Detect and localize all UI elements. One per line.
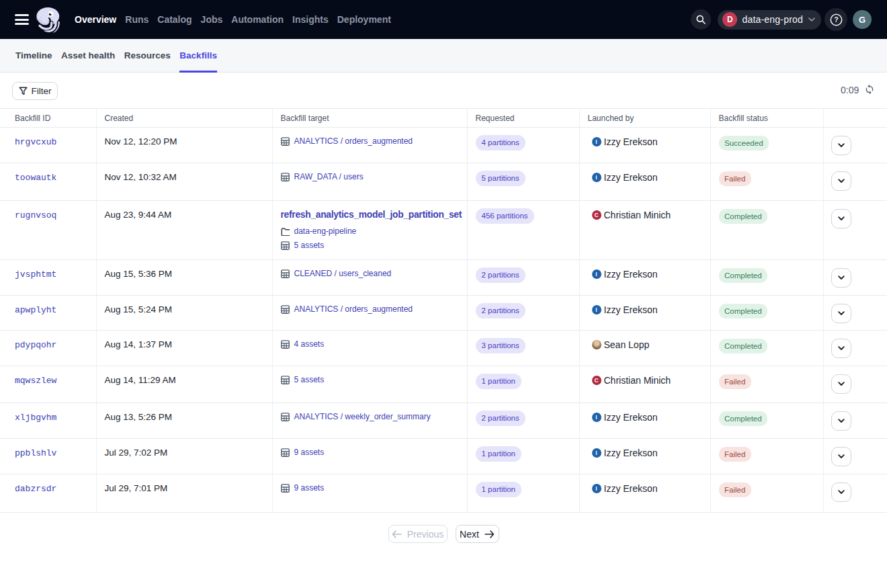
svg-text:?: ? xyxy=(834,15,838,24)
